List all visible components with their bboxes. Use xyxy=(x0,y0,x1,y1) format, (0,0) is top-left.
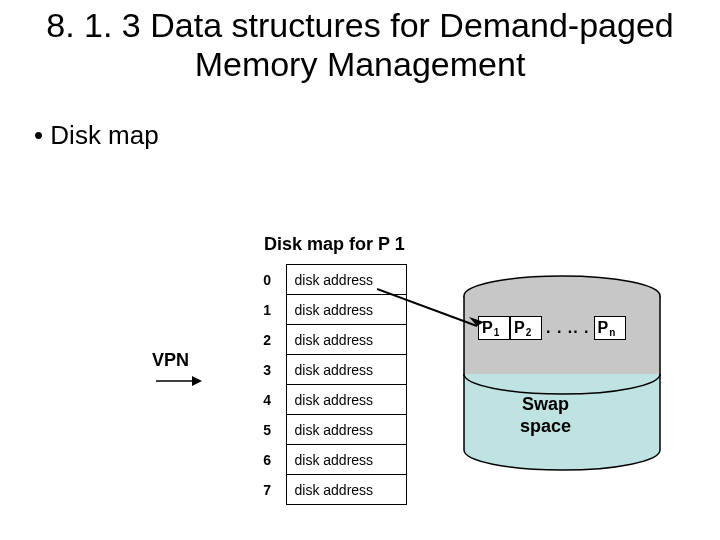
row-index: 0 xyxy=(254,265,286,295)
row-value: disk address xyxy=(286,475,406,505)
process-box-p2: P2 xyxy=(510,316,542,340)
row-index: 5 xyxy=(254,415,286,445)
disk-map-to-cylinder-arrow-icon xyxy=(377,286,497,350)
disk-map-caption: Disk map for P 1 xyxy=(264,234,405,255)
process-row: P1 P2 . . .. . Pn xyxy=(478,316,626,340)
vpn-arrow-icon xyxy=(156,374,202,388)
row-index: 6 xyxy=(254,445,286,475)
table-row: 6disk address xyxy=(254,445,406,475)
process-ellipsis: . . .. . xyxy=(546,319,590,337)
row-value: disk address xyxy=(286,385,406,415)
row-index: 7 xyxy=(254,475,286,505)
table-row: 7disk address xyxy=(254,475,406,505)
row-index: 4 xyxy=(254,385,286,415)
table-row: 4disk address xyxy=(254,385,406,415)
swap-space-label: Swapspace xyxy=(520,394,571,437)
row-value: disk address xyxy=(286,355,406,385)
row-index: 3 xyxy=(254,355,286,385)
svg-marker-1 xyxy=(192,376,202,386)
svg-line-3 xyxy=(377,289,477,326)
row-value: disk address xyxy=(286,445,406,475)
row-index: 2 xyxy=(254,325,286,355)
table-row: 3disk address xyxy=(254,355,406,385)
table-row: 5disk address xyxy=(254,415,406,445)
process-box-pn: Pn xyxy=(594,316,626,340)
vpn-label: VPN xyxy=(152,350,189,371)
row-value: disk address xyxy=(286,415,406,445)
bullet-disk-map: Disk map xyxy=(34,120,720,151)
slide-title: 8. 1. 3 Data structures for Demand-paged… xyxy=(40,6,680,84)
row-index: 1 xyxy=(254,295,286,325)
